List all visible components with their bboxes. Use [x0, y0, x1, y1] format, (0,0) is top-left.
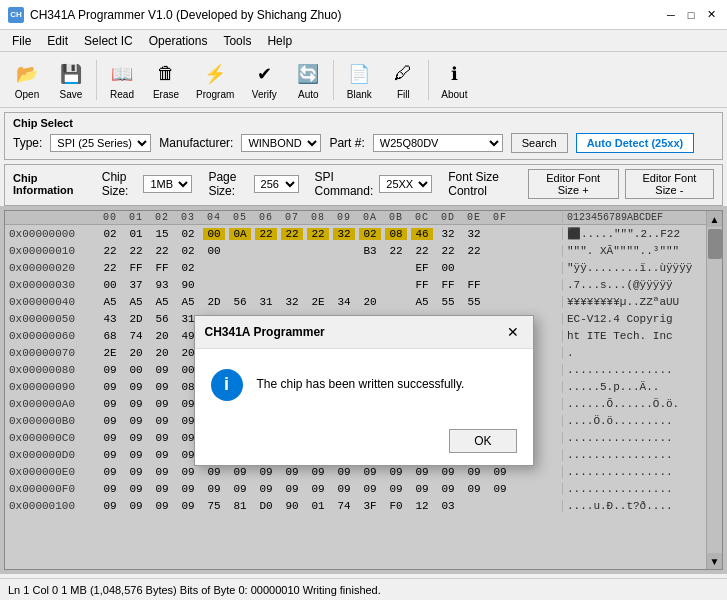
fill-label: Fill — [397, 89, 410, 100]
menu-help[interactable]: Help — [259, 32, 300, 50]
modal-ok-button[interactable]: OK — [449, 429, 516, 453]
menu-operations[interactable]: Operations — [141, 32, 216, 50]
font-size-title: Font Size Control — [448, 170, 521, 198]
chip-info-panel: Chip Information Chip Size: 1MB Page Siz… — [4, 164, 723, 206]
save-icon: 💾 — [57, 60, 85, 88]
info-icon: i — [211, 369, 243, 401]
maximize-button[interactable]: □ — [683, 7, 699, 23]
status-bar: Ln 1 Col 0 1 MB (1,048,576 Bytes) Bits o… — [0, 578, 727, 600]
window-title: CH341A Programmer V1.0 (Developed by Shi… — [30, 8, 342, 22]
open-icon: 📂 — [13, 60, 41, 88]
open-button[interactable]: 📂 Open — [6, 57, 48, 103]
auto-detect-button[interactable]: Auto Detect (25xx) — [576, 133, 695, 153]
verify-icon: ✔ — [250, 60, 278, 88]
app-icon: CH — [8, 7, 24, 23]
spi-cmd-label: SPI Command: — [315, 170, 374, 198]
open-label: Open — [15, 89, 39, 100]
verify-button[interactable]: ✔ Verify — [243, 57, 285, 103]
toolbar-sep-2 — [333, 60, 334, 100]
verify-label: Verify — [252, 89, 277, 100]
menu-select-ic[interactable]: Select IC — [76, 32, 141, 50]
menu-file[interactable]: File — [4, 32, 39, 50]
menu-tools[interactable]: Tools — [215, 32, 259, 50]
manufacturer-select[interactable]: WINBOND — [241, 134, 321, 152]
read-button[interactable]: 📖 Read — [101, 57, 143, 103]
modal-title: CH341A Programmer — [205, 325, 325, 339]
modal-body: i The chip has been written successfully… — [195, 349, 533, 421]
minimize-button[interactable]: ─ — [663, 7, 679, 23]
page-size-label: Page Size: — [208, 170, 247, 198]
toolbar: 📂 Open 💾 Save 📖 Read 🗑 Erase ⚡ Program ✔… — [0, 52, 727, 108]
auto-button[interactable]: 🔄 Auto — [287, 57, 329, 103]
fill-button[interactable]: 🖊 Fill — [382, 57, 424, 103]
modal-overlay: CH341A Programmer ✕ i The chip has been … — [0, 206, 727, 574]
part-label: Part #: — [329, 136, 364, 150]
chip-select-title: Chip Select — [13, 117, 714, 129]
modal-title-bar: CH341A Programmer ✕ — [195, 316, 533, 349]
spi-cmd-select[interactable]: 25XX — [379, 175, 432, 193]
chip-info-title: Chip Information — [13, 172, 86, 196]
about-button[interactable]: ℹ About — [433, 57, 475, 103]
part-select[interactable]: W25Q80DV — [373, 134, 503, 152]
auto-icon: 🔄 — [294, 60, 322, 88]
auto-label: Auto — [298, 89, 319, 100]
title-bar: CH CH341A Programmer V1.0 (Developed by … — [0, 0, 727, 30]
chip-size-label: Chip Size: — [102, 170, 138, 198]
font-minus-button[interactable]: Editor Font Size - — [625, 169, 714, 199]
menu-edit[interactable]: Edit — [39, 32, 76, 50]
modal-footer: OK — [195, 421, 533, 465]
font-plus-button[interactable]: Editor Font Size + — [528, 169, 619, 199]
blank-icon: 📄 — [345, 60, 373, 88]
type-label: Type: — [13, 136, 42, 150]
about-icon: ℹ — [440, 60, 468, 88]
chip-select-panel: Chip Select Type: SPI (25 Series) Manufa… — [4, 112, 723, 160]
read-label: Read — [110, 89, 134, 100]
toolbar-sep-1 — [96, 60, 97, 100]
save-button[interactable]: 💾 Save — [50, 57, 92, 103]
status-text: Ln 1 Col 0 1 MB (1,048,576 Bytes) Bits o… — [8, 584, 381, 596]
search-button[interactable]: Search — [511, 133, 568, 153]
close-button[interactable]: ✕ — [703, 7, 719, 23]
erase-icon: 🗑 — [152, 60, 180, 88]
about-label: About — [441, 89, 467, 100]
erase-label: Erase — [153, 89, 179, 100]
program-button[interactable]: ⚡ Program — [189, 57, 241, 103]
erase-button[interactable]: 🗑 Erase — [145, 57, 187, 103]
menu-bar: File Edit Select IC Operations Tools Hel… — [0, 30, 727, 52]
program-icon: ⚡ — [201, 60, 229, 88]
toolbar-sep-3 — [428, 60, 429, 100]
read-icon: 📖 — [108, 60, 136, 88]
page-size-select[interactable]: 256 — [254, 175, 299, 193]
save-label: Save — [60, 89, 83, 100]
type-select[interactable]: SPI (25 Series) — [50, 134, 151, 152]
manufacturer-label: Manufacturer: — [159, 136, 233, 150]
fill-icon: 🖊 — [389, 60, 417, 88]
modal-dialog: CH341A Programmer ✕ i The chip has been … — [194, 315, 534, 466]
program-label: Program — [196, 89, 234, 100]
blank-button[interactable]: 📄 Blank — [338, 57, 380, 103]
modal-message: The chip has been written successfully. — [257, 376, 465, 393]
modal-close-button[interactable]: ✕ — [503, 322, 523, 342]
chip-size-select[interactable]: 1MB — [143, 175, 192, 193]
blank-label: Blank — [347, 89, 372, 100]
